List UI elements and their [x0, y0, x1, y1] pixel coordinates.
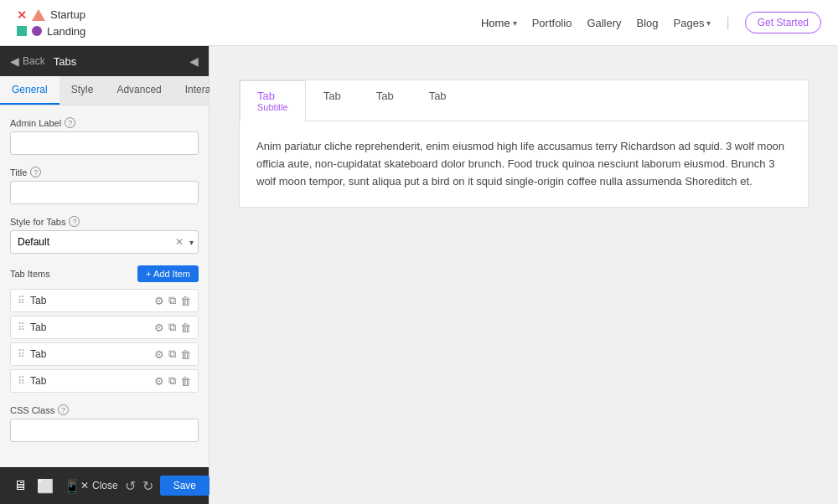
panel-tab-nav: General Style Advanced Interaction	[0, 76, 209, 105]
style-for-tabs-label: Style for Tabs ?	[10, 216, 199, 227]
settings-icon-3[interactable]: ⚙	[154, 348, 164, 361]
get-started-button[interactable]: Get Started	[745, 12, 821, 33]
style-for-tabs-select[interactable]: Default	[10, 230, 199, 254]
style-for-tabs-group: Style for Tabs ? Default ✕ ▾	[10, 216, 199, 254]
tab-style[interactable]: Style	[59, 76, 106, 105]
undo-button[interactable]: ↺	[125, 478, 136, 494]
tabs-nav-item-4[interactable]: Tab	[411, 80, 464, 121]
delete-icon-3[interactable]: 🗑	[180, 348, 191, 361]
tabs-widget: Tab Subtitle Tab Tab Tab Anim pariatur c…	[239, 80, 809, 208]
tab-item-name-3: Tab	[30, 348, 149, 360]
pages-caret: ▾	[706, 18, 711, 28]
drag-handle-1[interactable]: ⠿	[18, 295, 25, 306]
duplicate-icon-4[interactable]: ⧉	[168, 374, 176, 388]
tabs-nav-item-2[interactable]: Tab	[306, 80, 359, 121]
select-clear-icon[interactable]: ✕	[175, 236, 184, 248]
css-class-input[interactable]	[10, 419, 199, 442]
top-bar-left: ✕ Startup Landing	[17, 8, 85, 38]
title-group: Title ?	[10, 167, 199, 204]
close-button[interactable]: ✕ Close	[80, 480, 118, 491]
tab-item-row: ⠿ Tab ⚙ ⧉ 🗑	[10, 316, 199, 339]
tab-item-row: ⠿ Tab ⚙ ⧉ 🗑	[10, 369, 199, 393]
panel-title: Tabs	[54, 55, 76, 68]
top-nav: Home ▾ Portfolio Gallery Blog Pages ▾ | …	[481, 12, 821, 33]
x-icon: ✕	[17, 8, 27, 22]
admin-label-input[interactable]	[10, 131, 199, 155]
settings-icon-2[interactable]: ⚙	[154, 321, 164, 334]
tabs-widget-inner: Tab Subtitle Tab Tab Tab Anim pariatur c…	[239, 80, 809, 208]
drag-handle-3[interactable]: ⠿	[18, 348, 25, 360]
admin-label-help-icon[interactable]: ?	[65, 117, 75, 128]
square-icon	[17, 26, 27, 36]
select-arrow-icon: ▾	[189, 238, 194, 247]
left-panel: ◀ Back Tabs ◀ General Style Advanced Int…	[0, 46, 210, 504]
tab-advanced[interactable]: Advanced	[105, 76, 173, 105]
tabs-content-text: Anim pariatur cliche reprehenderit, enim…	[256, 138, 791, 190]
landing-label: Landing	[47, 25, 85, 38]
back-label: Back	[23, 55, 45, 67]
duplicate-icon-1[interactable]: ⧉	[168, 294, 176, 307]
tab-item-name-1: Tab	[30, 295, 149, 306]
desktop-icon[interactable]: 🖥	[13, 478, 27, 493]
css-class-label: CSS Class ?	[10, 404, 199, 415]
tablet-icon[interactable]: ⬜	[37, 478, 54, 494]
nav-portfolio[interactable]: Portfolio	[532, 17, 572, 29]
delete-icon-4[interactable]: 🗑	[180, 375, 191, 388]
tab-item-actions-4: ⚙ ⧉ 🗑	[154, 374, 191, 388]
style-for-tabs-help-icon[interactable]: ?	[69, 216, 80, 227]
drag-handle-2[interactable]: ⠿	[18, 321, 25, 333]
admin-label-label: Admin Label ?	[10, 117, 199, 128]
tab-item-row: ⠿ Tab ⚙ ⧉ 🗑	[10, 289, 199, 312]
tabs-nav-item-1[interactable]: Tab Subtitle	[240, 80, 306, 121]
tab-general[interactable]: General	[0, 76, 59, 105]
nav-gallery[interactable]: Gallery	[587, 17, 621, 29]
tab-item-row: ⠿ Tab ⚙ ⧉ 🗑	[10, 342, 199, 366]
logo-icons: ✕ Startup Landing	[17, 8, 85, 38]
title-input[interactable]	[10, 181, 199, 204]
duplicate-icon-3[interactable]: ⧉	[168, 347, 176, 361]
redo-button[interactable]: ↻	[142, 478, 153, 494]
nav-pages[interactable]: Pages ▾	[674, 17, 711, 29]
triangle-icon	[32, 9, 45, 21]
panel-content: Admin Label ? Title ? Style for Tabs ?	[0, 105, 209, 467]
tab-item-name-4: Tab	[30, 375, 149, 387]
panel-collapse-button[interactable]: ◀	[189, 54, 199, 68]
nav-divider: |	[726, 15, 729, 30]
nav-home[interactable]: Home ▾	[481, 17, 517, 29]
drag-handle-4[interactable]: ⠿	[18, 375, 25, 387]
tab-items-header: Tab Items + Add Item	[10, 265, 199, 282]
nav-blog[interactable]: Blog	[637, 17, 659, 29]
logo-row-2: Landing	[17, 25, 85, 38]
main-layout: ◀ Back Tabs ◀ General Style Advanced Int…	[0, 46, 838, 504]
bottom-bar: 🖥 ⬜ 📱 ✕ Close ↺ ↻ Save	[0, 467, 209, 504]
right-content: Tab Subtitle Tab Tab Tab Anim pariatur c…	[210, 46, 838, 504]
bottom-right-controls: ✕ Close ↺ ↻ Save	[80, 476, 210, 496]
settings-icon-4[interactable]: ⚙	[154, 375, 164, 388]
tab-item-actions-1: ⚙ ⧉ 🗑	[154, 294, 191, 307]
startup-label: Startup	[50, 8, 85, 21]
add-item-button[interactable]: + Add Item	[137, 265, 199, 282]
tab-item-actions-2: ⚙ ⧉ 🗑	[154, 321, 191, 334]
circle-icon	[32, 26, 42, 36]
tab-items-group: Tab Items + Add Item ⠿ Tab ⚙ ⧉ 🗑 ⠿ Tab	[10, 265, 199, 393]
device-icons: 🖥 ⬜ 📱	[13, 478, 80, 494]
delete-icon-2[interactable]: 🗑	[180, 321, 191, 334]
tab-items-label: Tab Items	[10, 269, 50, 279]
title-label: Title ?	[10, 167, 199, 177]
title-help-icon[interactable]: ?	[30, 167, 41, 177]
duplicate-icon-2[interactable]: ⧉	[168, 321, 176, 334]
delete-icon-1[interactable]: 🗑	[180, 295, 191, 307]
back-button[interactable]: ◀ Back	[10, 54, 45, 68]
tabs-content: Anim pariatur cliche reprehenderit, enim…	[240, 121, 808, 207]
style-for-tabs-select-wrapper: Default ✕ ▾	[10, 230, 199, 254]
settings-icon-1[interactable]: ⚙	[154, 295, 164, 307]
tabs-nav: Tab Subtitle Tab Tab Tab	[240, 80, 808, 121]
close-x-icon: ✕	[80, 480, 89, 491]
tab-item-name-2: Tab	[30, 321, 149, 333]
css-class-help-icon[interactable]: ?	[58, 404, 69, 415]
tab-item-actions-3: ⚙ ⧉ 🗑	[154, 347, 191, 361]
save-button[interactable]: Save	[160, 476, 210, 496]
tabs-nav-item-3[interactable]: Tab	[359, 80, 411, 121]
tab-subtitle: Subtitle	[257, 102, 288, 112]
mobile-icon[interactable]: 📱	[64, 478, 80, 494]
